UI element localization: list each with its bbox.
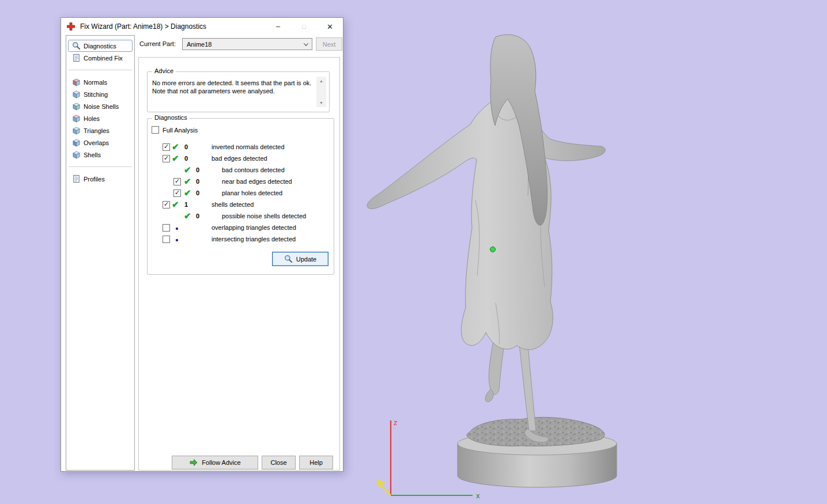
sidebar-item-normals[interactable]: Normals [68, 76, 133, 88]
wizard-page-panel: Advice No more errors are detected. It s… [138, 57, 340, 471]
titlebar[interactable]: Fix Wizard (Part: Anime18) > Diagnostics… [61, 18, 343, 35]
row-label: bad contours detected [222, 166, 285, 173]
next-button[interactable]: Next [316, 37, 342, 51]
diagnostic-row-planar-holes: ✓ ✔ 0 planar holes detected [148, 188, 334, 199]
combobox-dropdown-button[interactable] [301, 40, 311, 48]
desktop: z x Fix Wizard (Part: Anime18) > Diagnos… [0, 0, 827, 504]
sidebar-item-noise-shells[interactable]: Noise Shells [68, 100, 133, 112]
sidebar-item-label: Stitching [84, 91, 108, 98]
axis-y-arrowhead [376, 479, 385, 488]
fix-wizard-app-icon [66, 22, 75, 31]
follow-advice-button[interactable]: Follow Advice [172, 456, 258, 469]
status-check-icon: ✔ [184, 165, 191, 175]
status-check-icon: ✔ [172, 153, 179, 164]
chevron-down-icon [304, 41, 308, 46]
sidebar-item-shells[interactable]: Shells [68, 149, 133, 161]
diagnostic-row-near-bad-edges: ✓ ✔ 0 near bad edges detected [148, 176, 334, 188]
status-pending-dot-icon [176, 228, 178, 230]
sidebar-item-label: Triangles [84, 127, 109, 134]
diagnostic-row-inverted-normals: ✓ ✔ 0 inverted normals detected [148, 142, 334, 153]
close-button[interactable]: ✕ [317, 18, 343, 35]
axis-y-line [381, 486, 391, 495]
update-button-label: Update [296, 256, 316, 263]
row-count: 0 [184, 143, 188, 150]
cube-icon [72, 90, 81, 98]
diagnostic-row-possible-noise-shells: ✔ 0 possible noise shells detected [148, 211, 334, 222]
current-part-label: Current Part: [139, 40, 176, 47]
row-count: 0 [184, 155, 188, 162]
update-button[interactable]: Update [272, 252, 328, 266]
row-checkbox[interactable]: ✓ [173, 190, 181, 197]
sidebar-item-label: Shells [84, 151, 101, 158]
status-check-icon: ✔ [172, 199, 179, 210]
status-check-icon: ✔ [172, 142, 179, 152]
sidebar-item-stitching[interactable]: Stitching [68, 88, 133, 100]
diagnostics-rows: ✓ ✔ 0 inverted normals detected ✓ ✔ 0 ba… [148, 142, 334, 245]
diagnostic-row-intersecting-triangles: ✓ intersecting triangles detected [148, 234, 334, 245]
follow-advice-label: Follow Advice [202, 459, 240, 466]
sidebar-item-label: Normals [84, 79, 107, 86]
diagnostic-row-bad-contours: ✔ 0 bad contours detected [148, 165, 334, 176]
sidebar-item-diagnostics[interactable]: Diagnostics [68, 40, 133, 52]
figure [367, 35, 605, 442]
row-label: near bad edges detected [222, 178, 292, 185]
advice-group: Advice No more errors are detected. It s… [147, 71, 330, 112]
diagnostic-row-bad-edges: ✓ ✔ 0 bad edges detected [148, 153, 334, 165]
sidebar-item-combined-fix[interactable]: Combined Fix [68, 52, 133, 64]
row-label: overlapping triangles detected [212, 224, 296, 231]
sidebar-item-label: Combined Fix [84, 55, 123, 62]
sidebar-item-triangles[interactable]: Triangles [68, 124, 133, 137]
advice-group-title: Advice [152, 67, 176, 74]
sidebar-item-holes[interactable]: Holes [68, 112, 133, 124]
wizard-sidebar: Diagnostics Combined Fix Normals Stitchi… [66, 35, 135, 471]
sidebar-item-profiles[interactable]: Profiles [68, 173, 133, 185]
row-checkbox[interactable]: ✓ [173, 178, 181, 185]
row-checkbox[interactable]: ✓ [163, 224, 170, 232]
sidebar-separator [69, 166, 132, 167]
row-checkbox[interactable]: ✓ [163, 143, 170, 151]
full-analysis-checkbox[interactable]: ✓ [152, 126, 159, 134]
diagnostics-group-title: Diagnostics [152, 114, 190, 121]
diagnostic-row-shells: ✓ ✔ 1 shells detected [148, 199, 334, 211]
minimize-button[interactable]: – [265, 18, 291, 35]
help-button[interactable]: Help [299, 456, 333, 469]
status-check-icon: ✔ [184, 211, 191, 221]
scroll-down-icon[interactable]: ▼ [316, 98, 326, 107]
diagnostics-group: Diagnostics ✓ Full Analysis ✓ ✔ 0 invert… [147, 118, 334, 275]
sidebar-item-label: Diagnostics [84, 43, 116, 50]
row-checkbox[interactable]: ✓ [163, 236, 170, 243]
current-part-combobox[interactable]: Anime18 [182, 38, 312, 50]
row-count: 0 [196, 213, 199, 219]
sidebar-separator [69, 70, 132, 70]
cube-icon [72, 150, 81, 159]
close-dialog-button[interactable]: Close [262, 456, 296, 469]
row-checkbox[interactable]: ✓ [163, 201, 170, 209]
sidebar-item-label: Profiles [84, 176, 105, 183]
advice-text: No more errors are detected. It seems th… [152, 79, 313, 95]
cube-icon [72, 126, 81, 135]
green-arrow-icon [189, 458, 198, 467]
cube-icon [72, 102, 81, 111]
row-label: planar holes detected [222, 190, 282, 196]
row-count: 0 [196, 178, 199, 185]
fix-wizard-window: Fix Wizard (Part: Anime18) > Diagnostics… [61, 17, 343, 472]
row-count: 0 [196, 190, 199, 196]
maximize-button[interactable]: □ [291, 18, 317, 35]
magnifier-icon [72, 41, 81, 50]
advice-line: Note that not all parameters were analys… [152, 87, 313, 95]
row-checkbox[interactable]: ✓ [163, 155, 170, 162]
row-label: shells detected [212, 201, 254, 208]
axis-x-label: x [476, 491, 480, 500]
magnifier-icon [284, 255, 293, 263]
model-point-marker[interactable] [490, 247, 496, 252]
axes-indicator: z x [372, 416, 493, 502]
row-label: bad edges detected [212, 155, 267, 162]
status-check-icon: ✔ [184, 176, 191, 187]
current-part-value: Anime18 [187, 41, 212, 48]
advice-scrollbar[interactable]: ▲ ▼ [316, 77, 326, 107]
sidebar-item-overlaps[interactable]: Overlaps [68, 137, 133, 149]
sidebar-item-label: Holes [84, 115, 100, 122]
sidebar-item-label: Noise Shells [84, 103, 119, 110]
scroll-up-icon[interactable]: ▲ [316, 77, 326, 85]
axis-z-label: z [394, 418, 398, 427]
